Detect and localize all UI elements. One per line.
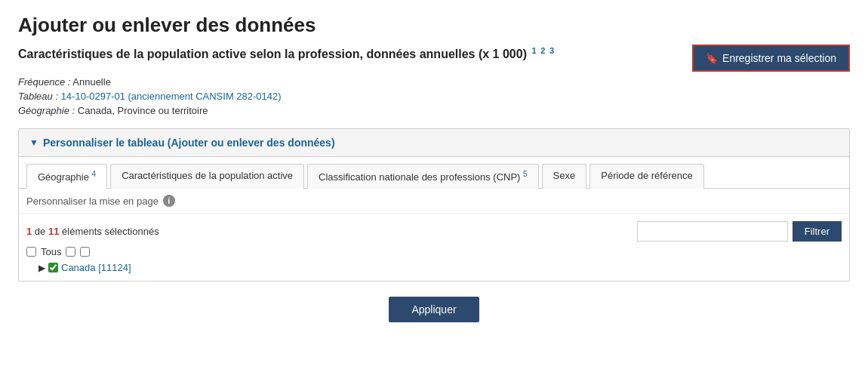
- all-checkbox[interactable]: [26, 247, 36, 257]
- bookmark-icon: [706, 52, 718, 64]
- tree-row-canada: ▶ Canada [11124]: [26, 262, 842, 273]
- tabs-container: Géographie 4 Caractéristiques de la popu…: [19, 157, 849, 189]
- filter-button[interactable]: Filtrer: [793, 221, 842, 242]
- customize-panel: ▼ Personnaliser le tableau (Ajouter ou e…: [18, 128, 850, 282]
- dataset-subtitle: Caractéristiques de la population active…: [18, 45, 554, 61]
- ref-link-1[interactable]: 1: [531, 46, 536, 55]
- info-icon[interactable]: i: [163, 195, 175, 207]
- tab-periode[interactable]: Période de référence: [589, 164, 703, 189]
- selection-count: 1 de 11 éléments sélectionnés: [26, 226, 159, 237]
- panel-header[interactable]: ▼ Personnaliser le tableau (Ajouter ou e…: [19, 129, 849, 157]
- table-link[interactable]: 14-10-0297-01 (anciennement CANSIM 282-0…: [61, 91, 282, 102]
- filter-area: Filtrer: [637, 221, 842, 242]
- all-checkbox-3[interactable]: [80, 247, 90, 257]
- tab-caracteristiques[interactable]: Caractéristiques de la population active: [110, 164, 304, 189]
- canada-item-link[interactable]: Canada [11124]: [61, 262, 131, 273]
- canada-checkbox[interactable]: [48, 263, 58, 272]
- geo-info: Géographie : Canada, Province ou territo…: [18, 105, 850, 116]
- table-info: Tableau : 14-10-0297-01 (anciennement CA…: [18, 91, 850, 102]
- ref-link-2[interactable]: 2: [540, 46, 545, 55]
- tab-cnp[interactable]: Classification nationale des professions…: [307, 164, 539, 189]
- items-area: Tous ▶ Canada [11124]: [19, 246, 849, 281]
- panel-body: Géographie 4 Caractéristiques de la popu…: [19, 157, 849, 281]
- collapse-triangle-icon: ▼: [29, 137, 38, 148]
- all-checkbox-2[interactable]: [66, 247, 75, 257]
- apply-button[interactable]: Appliquer: [389, 297, 479, 322]
- selection-row: 1 de 11 éléments sélectionnés Filtrer: [19, 214, 849, 246]
- layout-tab[interactable]: Personnaliser la mise en page i: [19, 189, 849, 214]
- tab-sexe[interactable]: Sexe: [542, 164, 587, 189]
- all-row: Tous: [26, 246, 842, 257]
- apply-row: Appliquer: [18, 297, 850, 330]
- tab-geographie[interactable]: Géographie 4: [26, 164, 107, 189]
- ref-link-3[interactable]: 3: [549, 46, 554, 55]
- save-selection-button[interactable]: Enregistrer ma sélection: [692, 45, 850, 72]
- tree-toggle-icon[interactable]: ▶: [38, 263, 45, 273]
- filter-input[interactable]: [637, 221, 788, 242]
- page-title: Ajouter ou enlever des données: [18, 14, 850, 37]
- frequency-info: Fréquence : Annuelle: [18, 76, 850, 88]
